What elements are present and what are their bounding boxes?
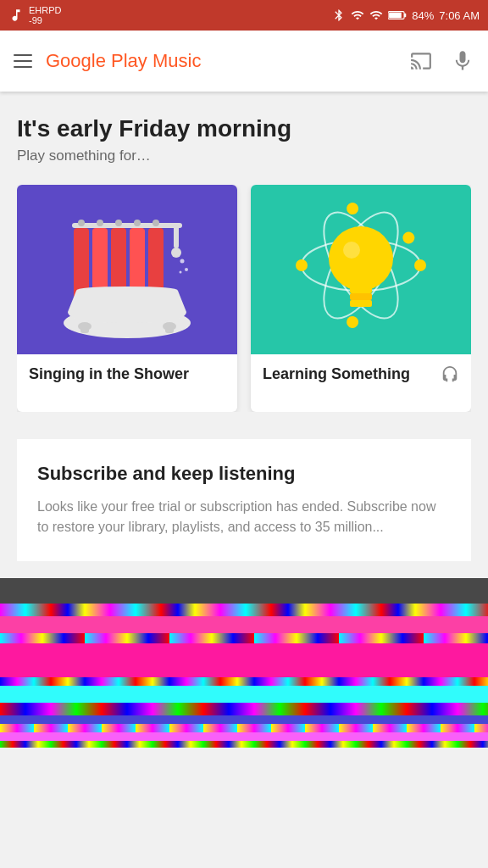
learning-illustration (289, 198, 433, 342)
svg-rect-3 (72, 223, 182, 228)
shower-background (17, 185, 237, 354)
svg-point-11 (78, 220, 85, 226)
podcast-icon (441, 365, 459, 384)
app-title: Google Play Music (46, 50, 395, 72)
time-text: 7:06 AM (439, 9, 480, 22)
subscribe-text: Looks like your free trial or subscripti… (37, 497, 451, 537)
status-bar: EHRPD-99 84% 7:06 AM (0, 0, 488, 31)
battery-text: 84% (412, 9, 434, 22)
toolbar-actions (408, 49, 474, 73)
svg-rect-2 (404, 14, 406, 17)
shower-card-text: Singing in the Shower (29, 364, 225, 384)
toolbar: Google Play Music (0, 31, 488, 92)
learning-card-image (251, 185, 471, 354)
learning-card-label: Learning Something (251, 354, 471, 396)
learning-background (251, 185, 471, 354)
svg-point-33 (296, 259, 308, 271)
shower-card-label: Singing in the Shower (17, 354, 237, 396)
cards-row: Singing in the Shower (17, 185, 471, 412)
menu-button[interactable] (14, 54, 32, 68)
cast-button[interactable] (408, 50, 434, 72)
svg-rect-1 (389, 13, 402, 19)
svg-point-34 (401, 230, 417, 246)
wifi-icon (369, 8, 383, 22)
music-note-icon (8, 8, 24, 23)
svg-point-27 (329, 226, 393, 291)
svg-point-22 (185, 268, 188, 271)
svg-point-32 (414, 259, 426, 271)
learning-card[interactable]: Learning Something (251, 185, 471, 412)
battery-icon (388, 8, 407, 22)
svg-point-23 (180, 271, 182, 274)
svg-rect-19 (80, 323, 89, 333)
svg-rect-29 (350, 293, 372, 300)
svg-point-31 (343, 242, 360, 259)
svg-rect-28 (350, 287, 372, 293)
learning-card-text: Learning Something (263, 364, 441, 384)
svg-point-15 (152, 220, 159, 226)
microphone-button[interactable] (451, 49, 474, 73)
svg-point-13 (115, 220, 122, 226)
subscribe-title: Subscribe and keep listening (37, 463, 451, 485)
svg-rect-30 (350, 300, 372, 307)
svg-point-12 (97, 220, 103, 226)
status-right: 84% 7:06 AM (332, 8, 480, 22)
svg-point-14 (134, 220, 141, 226)
svg-point-21 (180, 259, 185, 264)
greeting-text: It's early Friday morning (17, 115, 471, 142)
bluetooth-icon (332, 8, 346, 22)
shower-card[interactable]: Singing in the Shower (17, 185, 237, 412)
svg-rect-4 (174, 223, 179, 248)
status-left: EHRPD-99 (8, 5, 62, 25)
subtitle-text: Play something for… (17, 147, 471, 164)
notification-text: EHRPD-99 (29, 5, 62, 25)
glitch-area (0, 578, 488, 765)
shower-card-image (17, 185, 237, 354)
subscribe-section: Subscribe and keep listening Looks like … (17, 439, 471, 561)
svg-point-5 (171, 248, 181, 258)
shower-illustration (55, 198, 199, 342)
svg-rect-20 (165, 323, 174, 333)
main-content: It's early Friday morning Play something… (0, 92, 488, 578)
signal-icon (351, 8, 364, 22)
